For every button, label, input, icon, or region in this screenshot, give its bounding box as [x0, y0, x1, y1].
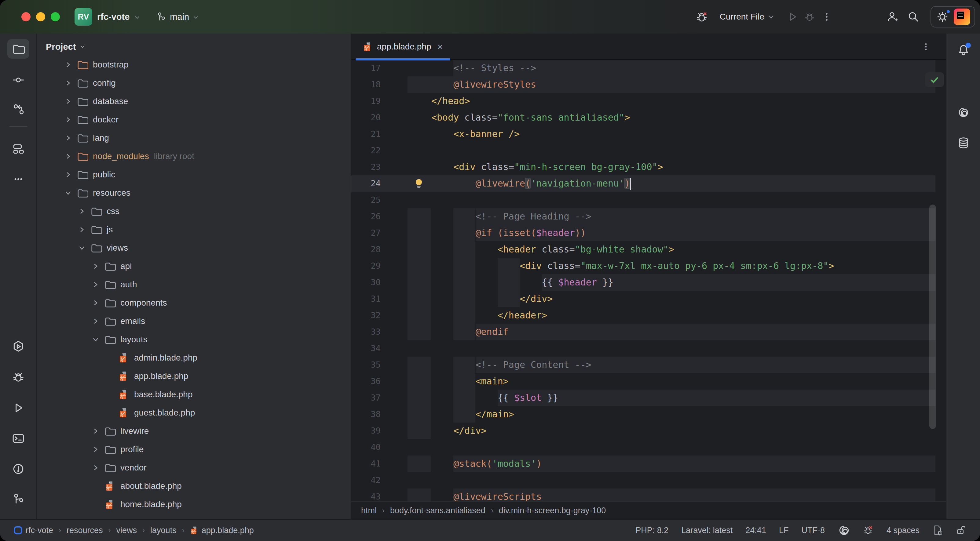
code-with-me-icon[interactable]	[884, 8, 901, 25]
chevron-down-icon[interactable]	[77, 244, 87, 252]
tree-item-views[interactable]: views	[37, 239, 351, 257]
tree-item-api[interactable]: api	[37, 257, 351, 275]
chevron-right-icon[interactable]	[91, 281, 101, 289]
tool-window-problems[interactable]	[7, 459, 29, 479]
phpstorm-logo[interactable]	[954, 8, 970, 25]
tool-window-commit[interactable]	[7, 70, 29, 90]
tree-item-lang[interactable]: lang	[37, 129, 351, 147]
code-line-24[interactable]: 24 @livewire('navigation-menu')	[351, 175, 946, 192]
run-configuration-select[interactable]: Current File	[720, 12, 775, 22]
tool-window-terminal[interactable]	[7, 428, 29, 448]
tree-item-docker[interactable]: docker	[37, 111, 351, 129]
code-line-41[interactable]: 41 @stack('modals')	[351, 455, 946, 472]
tool-window-pull-requests[interactable]	[7, 100, 29, 119]
tab-options-kebab-icon[interactable]	[918, 39, 934, 54]
code-line-27[interactable]: 27 @if (isset($header))	[351, 225, 946, 241]
chevron-down-icon[interactable]	[63, 189, 73, 197]
chevron-right-icon[interactable]	[63, 61, 73, 69]
tree-item-layouts[interactable]: layouts	[37, 330, 351, 349]
line-number[interactable]: 21	[351, 126, 381, 142]
code-line-39[interactable]: 39 </div>	[351, 422, 946, 439]
breadcrumb-item[interactable]: html	[361, 506, 377, 516]
tool-window-more-tool-windows[interactable]	[7, 170, 29, 189]
more-actions-kebab-icon[interactable]	[818, 8, 835, 25]
code-line-42[interactable]: 42	[351, 472, 946, 489]
minimize-window-button[interactable]	[36, 12, 45, 21]
tree-item-node-modules[interactable]: node_moduleslibrary root	[37, 147, 351, 165]
ai-assistant-status-icon[interactable]	[838, 524, 851, 537]
tool-window-services[interactable]	[7, 337, 29, 356]
line-number[interactable]: 41	[351, 455, 381, 472]
chevron-right-icon[interactable]	[91, 446, 101, 454]
project-panel-title[interactable]: Project	[46, 42, 76, 52]
encoding[interactable]: UTF-8	[801, 526, 825, 535]
tree-item-bootstrap[interactable]: bootstrap	[37, 60, 351, 74]
line-number[interactable]: 38	[351, 406, 381, 422]
file-writable-icon[interactable]	[956, 525, 967, 536]
line-number[interactable]: 36	[351, 373, 381, 390]
code-line-19[interactable]: 19</head>	[351, 93, 946, 109]
code-line-34[interactable]: 34	[351, 340, 946, 357]
line-number[interactable]: 30	[351, 274, 381, 291]
code-style-config-icon[interactable]	[932, 525, 943, 536]
line-number[interactable]: 34	[351, 340, 381, 357]
indent-setting[interactable]: 4 spaces	[886, 526, 920, 535]
project-name-menu[interactable]: rfc-vote	[97, 12, 129, 22]
line-number[interactable]: 23	[351, 159, 381, 175]
intention-bulb-icon[interactable]	[414, 178, 424, 189]
debugger-off-icon[interactable]	[863, 525, 874, 536]
tree-item-profile[interactable]: profile	[37, 440, 351, 459]
line-number[interactable]: 18	[351, 76, 381, 93]
close-window-button[interactable]	[21, 12, 30, 21]
code-line-33[interactable]: 33 @endif	[351, 324, 946, 340]
tool-window-ai-assistant[interactable]	[953, 103, 975, 122]
status-breadcrumb-item[interactable]: layouts	[150, 526, 177, 535]
code-line-30[interactable]: 30 {{ $header }}	[351, 274, 946, 291]
line-number[interactable]: 29	[351, 258, 381, 274]
php-version[interactable]: PHP: 8.2	[635, 526, 668, 535]
status-breadcrumb-item[interactable]: app.blade.php	[190, 526, 254, 535]
git-branch-widget[interactable]: main	[156, 11, 199, 22]
tree-item-public[interactable]: public	[37, 165, 351, 184]
line-number[interactable]: 22	[351, 142, 381, 159]
tab-app-blade-php[interactable]: app.blade.php ×	[356, 33, 450, 60]
chevron-right-icon[interactable]	[91, 427, 101, 435]
line-number[interactable]: 40	[351, 439, 381, 455]
debugger-muted-icon[interactable]	[694, 8, 711, 25]
code-line-43[interactable]: 43 @livewireScripts	[351, 489, 946, 501]
tree-item-auth[interactable]: auth	[37, 275, 351, 294]
tree-item-emails[interactable]: emails	[37, 312, 351, 330]
tree-item-css[interactable]: css	[37, 202, 351, 221]
tool-window-database[interactable]	[953, 133, 975, 153]
settings-gear-icon[interactable]	[935, 10, 950, 24]
search-everywhere-icon[interactable]	[905, 8, 922, 25]
tool-window-project[interactable]	[7, 39, 29, 59]
chevron-right-icon[interactable]	[63, 152, 73, 160]
chevron-right-icon[interactable]	[63, 97, 73, 105]
code-line-21[interactable]: 21 <x-banner />	[351, 126, 946, 142]
caret-position[interactable]: 24:41	[745, 526, 766, 535]
close-tab-icon[interactable]: ×	[438, 41, 443, 52]
tree-item-livewire[interactable]: livewire	[37, 422, 351, 440]
code-line-25[interactable]: 25	[351, 192, 946, 208]
code-line-35[interactable]: 35 <!-- Page Content -->	[351, 357, 946, 373]
chevron-right-icon[interactable]	[91, 262, 101, 270]
line-number[interactable]: 39	[351, 422, 381, 439]
code-line-20[interactable]: 20<body class="font-sans antialiased">	[351, 109, 946, 126]
line-number[interactable]: 20	[351, 109, 381, 126]
tree-item-database[interactable]: database	[37, 92, 351, 111]
code-line-18[interactable]: 18 @livewireStyles	[351, 76, 946, 93]
tree-item-components[interactable]: components	[37, 294, 351, 312]
code-area[interactable]: 17 <!-- Styles -->18 @livewireStyles19</…	[351, 60, 946, 501]
code-line-31[interactable]: 31 </div>	[351, 291, 946, 307]
tree-item-home-blade-php[interactable]: home.blade.php	[37, 495, 351, 514]
project-badge[interactable]: RV	[75, 8, 92, 25]
tool-window-debug[interactable]	[7, 367, 29, 387]
code-line-36[interactable]: 36 <main>	[351, 373, 946, 390]
chevron-right-icon[interactable]	[63, 79, 73, 87]
chevron-right-icon[interactable]	[91, 464, 101, 472]
status-breadcrumb-item[interactable]: rfc-vote	[13, 526, 53, 535]
tree-item-guest-blade-php[interactable]: guest.blade.php	[37, 404, 351, 422]
inspections-ok-widget[interactable]	[925, 72, 944, 87]
line-number[interactable]: 43	[351, 489, 381, 501]
